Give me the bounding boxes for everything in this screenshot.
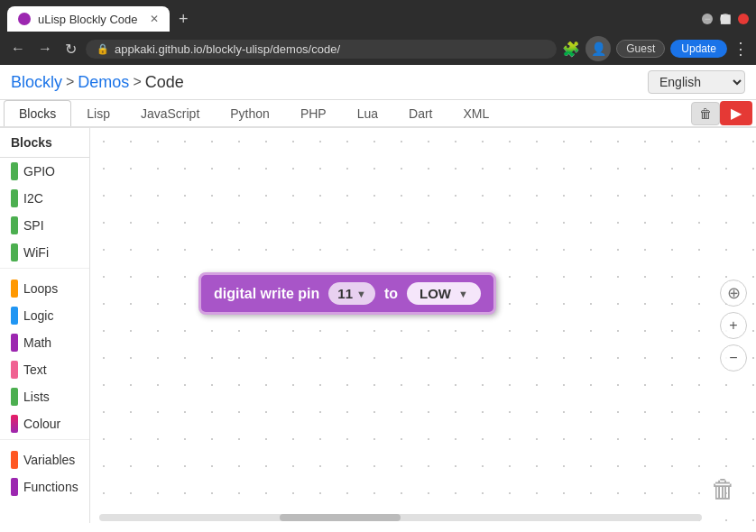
- sidebar-item-logic-label: Logic: [23, 308, 53, 323]
- active-tab[interactable]: uLisp Blockly Code ✕: [7, 6, 170, 32]
- sidebar-item-i2c-label: I2C: [23, 191, 43, 206]
- window-controls: − ⬜ ✕: [702, 14, 749, 24]
- tab-lisp[interactable]: Lisp: [71, 100, 125, 126]
- breadcrumb-demos[interactable]: Demos: [78, 73, 129, 92]
- spi-color-dot: [11, 216, 18, 234]
- browser-chrome: uLisp Blockly Code ✕ + − ⬜ ✕ ← → ↻ 🔒 app…: [0, 0, 756, 65]
- gpio-color-dot: [11, 162, 18, 180]
- block-text: digital write pin: [214, 286, 319, 302]
- address-bar[interactable]: 🔒 appkaki.github.io/blockly-ulisp/demos/…: [86, 40, 557, 59]
- run-button[interactable]: ▶: [720, 101, 752, 125]
- breadcrumb-current: Code: [145, 73, 184, 92]
- main-area: Blocks GPIO I2C SPI WiFi Loops: [0, 128, 756, 523]
- sidebar-item-loops[interactable]: Loops: [0, 275, 89, 302]
- workspace-scrollbar[interactable]: [99, 514, 702, 521]
- more-options-button[interactable]: ⋮: [733, 39, 749, 59]
- sidebar-item-i2c[interactable]: I2C: [0, 185, 89, 212]
- workspace-scrollbar-thumb[interactable]: [280, 514, 401, 521]
- value-text: LOW: [419, 286, 451, 301]
- sidebar-item-gpio-label: GPIO: [23, 164, 55, 179]
- zoom-in-button[interactable]: +: [720, 312, 747, 339]
- sidebar-divider: [0, 268, 89, 273]
- sidebar: Blocks GPIO I2C SPI WiFi Loops: [0, 128, 90, 523]
- to-label: to: [384, 286, 398, 302]
- sidebar-item-colour[interactable]: Colour: [0, 410, 89, 437]
- sidebar-divider2: [0, 439, 89, 445]
- loops-color-dot: [11, 280, 18, 298]
- tab-xml[interactable]: XML: [447, 100, 504, 126]
- tab-blocks[interactable]: Blocks: [4, 100, 71, 126]
- tab-title: uLisp Blockly Code: [38, 13, 138, 26]
- tab-favicon: [18, 13, 31, 25]
- sidebar-item-colour-label: Colour: [23, 417, 60, 431]
- sidebar-item-variables[interactable]: Variables: [0, 446, 89, 473]
- sidebar-item-gpio[interactable]: GPIO: [0, 158, 89, 185]
- wifi-color-dot: [11, 243, 18, 261]
- sidebar-item-spi-label: SPI: [23, 218, 44, 233]
- workspace-trash-icon: 🗑: [711, 475, 736, 503]
- tab-javascript[interactable]: JavaScript: [125, 100, 215, 126]
- breadcrumb: Blockly > Demos > Code: [11, 73, 184, 92]
- sidebar-item-wifi[interactable]: WiFi: [0, 239, 89, 266]
- math-color-dot: [11, 334, 18, 352]
- sidebar-item-lists[interactable]: Lists: [0, 383, 89, 410]
- guest-button[interactable]: Guest: [616, 40, 665, 58]
- breadcrumb-blockly[interactable]: Blockly: [11, 73, 62, 92]
- sidebar-blocks-label[interactable]: Blocks: [0, 128, 89, 158]
- delete-button[interactable]: 🗑: [691, 102, 720, 125]
- sidebar-item-functions-label: Functions: [23, 480, 78, 494]
- restore-button[interactable]: ⬜: [720, 14, 731, 24]
- tab-close-button[interactable]: ✕: [150, 13, 159, 25]
- lists-color-dot: [11, 388, 18, 406]
- new-tab-button[interactable]: +: [173, 10, 194, 29]
- sidebar-item-math-label: Math: [23, 335, 51, 350]
- back-button[interactable]: ←: [7, 39, 29, 59]
- breadcrumb-sep2: >: [133, 74, 141, 90]
- pin-dropdown[interactable]: 11 ▼: [328, 282, 375, 305]
- tab-python[interactable]: Python: [215, 100, 285, 126]
- digital-write-block[interactable]: digital write pin 11 ▼ to LOW ▼: [198, 272, 496, 315]
- address-bar-row: ← → ↻ 🔒 appkaki.github.io/blockly-ulisp/…: [0, 32, 756, 65]
- language-selector[interactable]: English Deutsch Español Français 中文: [648, 70, 745, 94]
- forward-button[interactable]: →: [34, 39, 56, 59]
- i2c-color-dot: [11, 189, 18, 207]
- close-button[interactable]: ✕: [738, 14, 749, 24]
- extension-icon: 🧩: [562, 41, 580, 58]
- workspace-controls: ⊕ + −: [720, 280, 747, 371]
- zoom-out-button[interactable]: −: [720, 344, 747, 371]
- page-content: Blockly > Demos > Code English Deutsch E…: [0, 65, 756, 532]
- tabs-row: Blocks Lisp JavaScript Python PHP Lua Da…: [0, 100, 756, 128]
- update-button[interactable]: Update: [670, 40, 727, 58]
- text-color-dot: [11, 361, 18, 379]
- tab-php[interactable]: PHP: [285, 100, 342, 126]
- sidebar-item-logic[interactable]: Logic: [0, 302, 89, 329]
- breadcrumb-sep1: >: [66, 74, 74, 90]
- tab-lua[interactable]: Lua: [342, 100, 393, 126]
- workspace-trash: 🗑: [711, 474, 743, 510]
- sidebar-item-text-label: Text: [23, 362, 47, 377]
- page-header: Blockly > Demos > Code English Deutsch E…: [0, 65, 756, 100]
- functions-color-dot: [11, 478, 18, 496]
- reset-view-button[interactable]: ⊕: [720, 280, 747, 307]
- colour-color-dot: [11, 415, 18, 433]
- sidebar-item-text[interactable]: Text: [0, 356, 89, 383]
- sidebar-item-lists-label: Lists: [23, 390, 50, 404]
- workspace[interactable]: digital write pin 11 ▼ to LOW ▼ ⊕ + −: [90, 128, 756, 523]
- sidebar-item-functions[interactable]: Functions: [0, 473, 89, 500]
- block-container[interactable]: digital write pin 11 ▼ to LOW ▼: [198, 272, 496, 315]
- browser-toolbar-right: 🧩 👤 Guest Update ⋮: [562, 36, 749, 61]
- minimize-button[interactable]: −: [702, 14, 713, 24]
- sidebar-item-spi[interactable]: SPI: [0, 212, 89, 239]
- sidebar-item-math[interactable]: Math: [0, 329, 89, 356]
- value-dropdown[interactable]: LOW ▼: [407, 282, 481, 305]
- variables-color-dot: [11, 451, 18, 469]
- profile-icon[interactable]: 👤: [585, 36, 611, 61]
- sidebar-item-variables-label: Variables: [23, 453, 75, 467]
- value-dropdown-arrow: ▼: [458, 289, 468, 299]
- workspace-grid: [90, 128, 756, 523]
- sidebar-item-loops-label: Loops: [23, 281, 58, 296]
- reload-button[interactable]: ↻: [61, 39, 80, 60]
- pin-value: 11: [337, 286, 353, 301]
- pin-dropdown-arrow: ▼: [356, 289, 366, 299]
- tab-dart[interactable]: Dart: [393, 100, 447, 126]
